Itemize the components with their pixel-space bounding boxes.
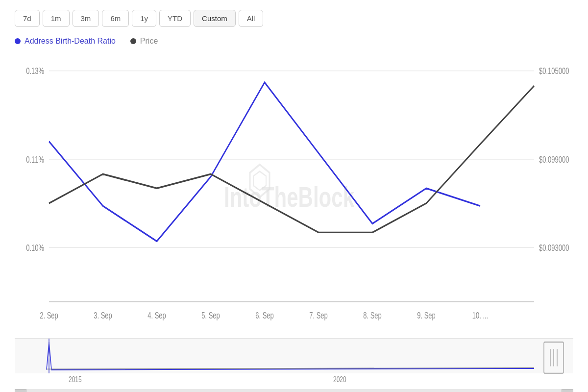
time-btn-6m[interactable]: 6m <box>102 10 129 27</box>
svg-text:4. Sep: 4. Sep <box>147 311 166 320</box>
time-btn-ytd[interactable]: YTD <box>159 10 191 27</box>
svg-text:0.10%: 0.10% <box>26 243 44 252</box>
chart-svg: 0.13% 0.11% 0.10% $0.105000 $0.099000 $0… <box>15 50 573 336</box>
svg-text:$0.105000: $0.105000 <box>539 66 569 75</box>
svg-text:2. Sep: 2. Sep <box>40 311 58 320</box>
chart-legend: Address Birth-Death Ratio Price <box>15 37 573 46</box>
svg-text:6. Sep: 6. Sep <box>255 311 274 320</box>
legend-dot-ratio <box>15 38 21 44</box>
legend-dot-price <box>130 38 136 44</box>
time-range-controls: 7d 1m 3m 6m 1y YTD Custom All <box>15 10 573 27</box>
legend-label-ratio: Address Birth-Death Ratio <box>24 37 116 46</box>
svg-text:8. Sep: 8. Sep <box>363 311 382 320</box>
legend-item-ratio: Address Birth-Death Ratio <box>15 37 116 46</box>
chart-wrapper: 0.13% 0.11% 0.10% $0.105000 $0.099000 $0… <box>15 50 573 387</box>
navigator-svg: 2015 2020 <box>15 339 573 387</box>
scroll-left-arrow[interactable]: ◀ <box>15 389 26 392</box>
scroll-track[interactable] <box>26 389 562 392</box>
legend-label-price: Price <box>140 37 158 46</box>
svg-text:10. ...: 10. ... <box>472 311 488 320</box>
svg-text:2015: 2015 <box>69 375 82 384</box>
svg-text:0.11%: 0.11% <box>26 155 44 164</box>
svg-text:IntoTheBlock: IntoTheBlock <box>224 181 355 213</box>
scrollbar: ◀ ▶ <box>15 389 573 392</box>
scroll-right-arrow[interactable]: ▶ <box>562 389 573 392</box>
svg-text:3. Sep: 3. Sep <box>94 311 112 320</box>
svg-text:2020: 2020 <box>333 375 346 384</box>
time-btn-1m[interactable]: 1m <box>43 10 70 27</box>
svg-text:$0.099000: $0.099000 <box>539 155 569 164</box>
svg-text:0.13%: 0.13% <box>26 66 44 75</box>
svg-text:7. Sep: 7. Sep <box>309 311 328 320</box>
main-chart: 0.13% 0.11% 0.10% $0.105000 $0.099000 $0… <box>15 50 573 336</box>
time-btn-7d[interactable]: 7d <box>15 10 40 27</box>
svg-text:5. Sep: 5. Sep <box>201 311 220 320</box>
svg-text:$0.093000: $0.093000 <box>539 243 569 252</box>
time-btn-1y[interactable]: 1y <box>132 10 156 27</box>
blue-line <box>49 82 480 241</box>
navigator: 2015 2020 ◀ ▶ <box>15 338 573 387</box>
svg-text:9. Sep: 9. Sep <box>417 311 436 320</box>
time-btn-all[interactable]: All <box>239 10 264 27</box>
time-btn-custom[interactable]: Custom <box>194 10 236 27</box>
main-container: 7d 1m 3m 6m 1y YTD Custom All Address Bi… <box>0 0 588 392</box>
time-btn-3m[interactable]: 3m <box>73 10 99 27</box>
legend-item-price: Price <box>130 37 158 46</box>
